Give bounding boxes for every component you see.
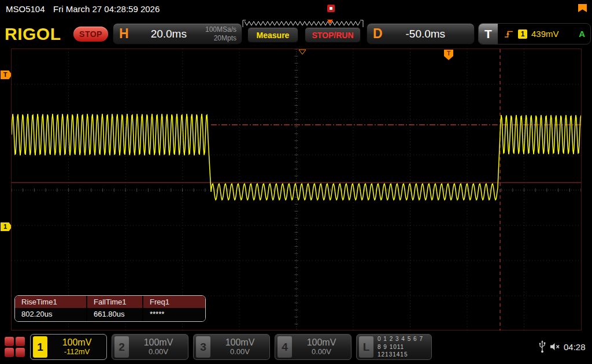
trigger-source-chip: 1	[518, 29, 527, 39]
delay-value: -50.0ms	[386, 28, 474, 40]
channel3-offset: 0.00V	[210, 348, 269, 356]
measure-button[interactable]: Measure	[247, 27, 298, 43]
measurement-name: FallTime1	[87, 296, 142, 308]
stop-run-button[interactable]: STOP/RUN	[305, 27, 361, 43]
channel4-box[interactable]: 4 100mV 0.00V	[275, 334, 352, 360]
channel1-offset: -112mV	[47, 348, 106, 356]
digital-row-1: 0 1 2 3 4 5 6 7	[373, 335, 431, 343]
trigger-sweep-mode: A	[579, 29, 585, 39]
usb-icon	[538, 340, 547, 354]
waveform-area: T 1 T RiseTime1 FallTime1 Freq1 802.20us…	[0, 49, 592, 330]
rigol-logo: RIGOL	[5, 24, 61, 44]
delay-settings[interactable]: D -50.0ms	[367, 23, 475, 44]
measurement-value: 661.80us	[87, 308, 142, 321]
channel1-position-tag[interactable]: 1	[1, 222, 12, 231]
measurement-name: Freq1	[143, 296, 205, 308]
digital-row-2: 8 9 1011 12131415	[373, 343, 431, 359]
svg-text:T: T	[447, 50, 451, 57]
measurement-value: *****	[143, 308, 205, 321]
channel3-number: 3	[196, 336, 210, 358]
trigger-label: T	[479, 24, 498, 44]
channel4-number: 4	[278, 336, 292, 358]
record-icon	[327, 5, 335, 12]
trigger-level-tag[interactable]: T	[1, 70, 12, 79]
trigger-settings[interactable]: T 1 439mV A	[478, 23, 591, 44]
channel-bar: 1 100mV -112mV 2 100mV 0.00V 3 100mV 0.0…	[0, 330, 592, 364]
speaker-mute-icon[interactable]	[549, 342, 561, 351]
menu-button[interactable]	[5, 337, 25, 357]
waveform-grid[interactable]: T	[11, 49, 582, 330]
channel1-box[interactable]: 1 100mV -112mV	[30, 334, 107, 360]
clock: 04:28	[564, 342, 586, 352]
horizontal-label: H	[113, 26, 132, 42]
channel2-box[interactable]: 2 100mV 0.00V	[112, 334, 188, 360]
digital-label: L	[359, 336, 373, 358]
channel2-number: 2	[114, 336, 129, 358]
run-state-badge[interactable]: STOP	[73, 27, 108, 42]
measurement-panel: RiseTime1 FallTime1 Freq1 802.20us 661.8…	[14, 295, 206, 322]
horizontal-settings[interactable]: H 20.0ms 100MSa/s 20Mpts	[113, 23, 242, 44]
memory-depth: 20Mpts	[205, 34, 236, 42]
sample-rate: 100MSa/s	[205, 25, 236, 34]
header-toolbar: RIGOL STOP H 20.0ms 100MSa/s 20Mpts Meas…	[0, 17, 592, 49]
channel3-box[interactable]: 3 100mV 0.00V	[193, 334, 270, 360]
trigger-edge-icon	[504, 29, 514, 39]
flag-icon	[578, 4, 587, 12]
center-position-marker	[299, 50, 306, 54]
channel1-scale: 100mV	[47, 337, 106, 348]
waveform-svg: T	[12, 49, 581, 331]
channel4-offset: 0.00V	[292, 348, 351, 356]
measurement-name: RiseTime1	[15, 296, 86, 308]
measurement-value: 802.20us	[15, 308, 86, 321]
channel2-offset: 0.00V	[129, 348, 188, 356]
status-bar: MSO5104 Fri March 27 04:28:59 2026	[0, 0, 592, 17]
timebase-value: 20.0ms	[132, 28, 205, 40]
delay-label: D	[367, 26, 386, 42]
trigger-level-value: 439mV	[531, 29, 559, 39]
date-time: Fri March 27 04:28:59 2026	[53, 4, 160, 14]
channel2-scale: 100mV	[129, 337, 188, 348]
channel4-scale: 100mV	[292, 337, 351, 348]
channel1-number: 1	[33, 336, 47, 358]
digital-channels-box[interactable]: L 0 1 2 3 4 5 6 7 8 9 1011 12131415	[356, 334, 432, 360]
channel3-scale: 100mV	[210, 337, 269, 348]
model-name: MSO5104	[6, 4, 45, 14]
oscilloscope-screen: MSO5104 Fri March 27 04:28:59 2026 RIGOL…	[0, 0, 592, 364]
